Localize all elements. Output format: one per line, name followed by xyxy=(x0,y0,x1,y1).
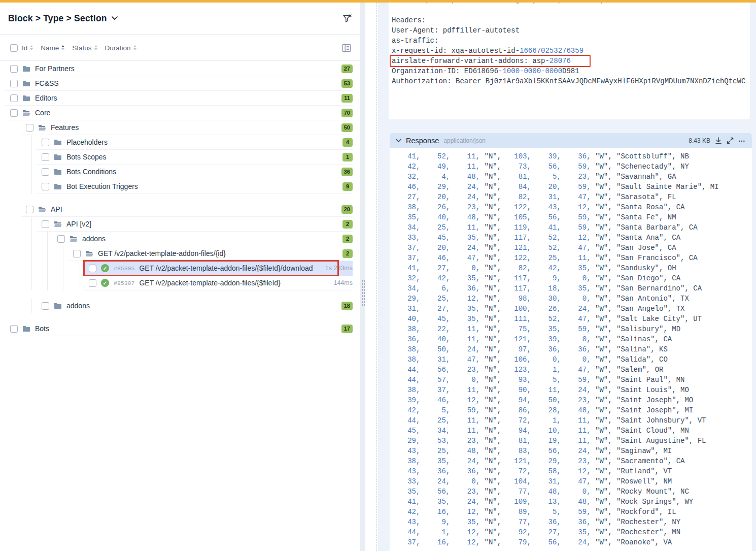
response-line: 41, 35, 24, "N", 109, 13, 48, "W", "Rock… xyxy=(395,497,752,507)
tree-row[interactable]: Core70 xyxy=(0,106,360,120)
row-checkbox[interactable] xyxy=(42,302,49,310)
response-line: 43, 25, 48, "N", 83, 56, 24, "W", "Sagin… xyxy=(395,446,752,456)
tree-row[interactable]: Features50 xyxy=(0,120,360,135)
tree-row[interactable]: Editors11 xyxy=(0,91,360,106)
expand-response-button[interactable] xyxy=(727,137,734,144)
row-content: GET /v2/packet-template-addon-files/{id}… xyxy=(68,246,353,261)
columns-settings-button[interactable] xyxy=(342,44,351,52)
row-checkbox[interactable] xyxy=(10,109,18,117)
response-content-type: application/json xyxy=(443,137,486,144)
count-badge: 2 xyxy=(342,235,353,243)
select-all-checkbox[interactable] xyxy=(10,44,18,52)
folder-open-icon xyxy=(22,109,30,116)
row-checkbox[interactable] xyxy=(89,265,96,272)
tree-row[interactable]: API [v2]2 xyxy=(0,217,360,232)
row-checkbox[interactable] xyxy=(42,153,49,161)
indent-guide xyxy=(16,135,16,150)
count-badge: 70 xyxy=(341,109,353,117)
column-header-name[interactable]: Name xyxy=(41,44,64,52)
count-badge: 1 xyxy=(342,153,353,161)
indent-guide xyxy=(31,246,32,261)
panel-resizer[interactable] xyxy=(360,3,365,551)
row-checkbox[interactable] xyxy=(89,279,96,287)
row-checkbox[interactable] xyxy=(42,139,49,146)
table-columns-icon xyxy=(342,44,351,52)
count-badge: 2 xyxy=(342,249,353,258)
row-checkbox[interactable] xyxy=(42,183,49,190)
sort-icon[interactable] xyxy=(61,45,64,50)
sort-icon[interactable] xyxy=(30,45,33,50)
row-checkbox[interactable] xyxy=(10,94,18,102)
response-line: 44, 1, 12, "N", 92, 27, 35, "W", "Roches… xyxy=(395,527,752,537)
indent-guide xyxy=(31,150,32,165)
column-header-duration[interactable]: Duration xyxy=(105,44,136,52)
tree-row[interactable]: Bots Conditions36 xyxy=(0,165,360,179)
sort-icon[interactable] xyxy=(133,45,136,50)
response-line: 38, 50, 24, "N", 97, 36, 36, "W", "Salin… xyxy=(395,344,752,354)
row-checkbox[interactable] xyxy=(42,220,49,228)
request-row[interactable]: ✓#85307GET /v2/packet-template-addon-fil… xyxy=(0,276,360,290)
collapse-response-button[interactable] xyxy=(396,139,401,143)
row-checkbox[interactable] xyxy=(26,124,33,132)
folder-label: Core xyxy=(35,109,50,117)
row-checkbox[interactable] xyxy=(26,206,33,213)
response-line: 31, 27, 35, "N", 100, 26, 24, "W", "San … xyxy=(395,304,752,314)
column-header-status[interactable]: Status xyxy=(72,44,97,52)
response-line: 35, 56, 23, "N", 77, 48, 0, "W", "Rocky … xyxy=(395,487,752,497)
indent-guide xyxy=(47,261,48,276)
download-response-button[interactable] xyxy=(715,137,722,144)
count-badge: 17 xyxy=(341,325,353,333)
tree-row[interactable]: Placeholders4 xyxy=(0,135,360,150)
row-content: API [v2]2 xyxy=(37,217,353,232)
tree-row[interactable]: FC&SS53 xyxy=(0,76,360,91)
row-checkbox[interactable] xyxy=(57,235,65,243)
row-content: ✓#85307GET /v2/packet-template-addon-fil… xyxy=(84,276,353,290)
row-checkbox[interactable] xyxy=(10,325,18,333)
folder-icon xyxy=(54,153,62,160)
more-options-button[interactable]: ⋯ xyxy=(738,138,746,143)
row-content: API20 xyxy=(21,202,353,217)
indent-guide xyxy=(31,299,32,313)
row-content: Features50 xyxy=(21,120,353,135)
tree-row[interactable]: Bot Execution Triggers9 xyxy=(0,179,360,194)
response-header: Response application/json 8.43 KB ⋯ xyxy=(390,133,752,148)
request-row[interactable]: ✓#85305GET /v2/packet-template-addon-fil… xyxy=(0,261,360,276)
indent-guide xyxy=(31,232,32,246)
row-content: addons18 xyxy=(37,299,353,313)
tree-row[interactable]: addons2 xyxy=(0,232,360,246)
breadcrumb-label: Block > Type > Section xyxy=(8,13,107,24)
response-line: 41, 27, 0, "N", 82, 42, 35, "W", "Sandus… xyxy=(395,263,752,273)
folder-label: For Partners xyxy=(35,64,75,73)
response-line: 46, 29, 24, "N", 84, 20, 59, "W", "Sault… xyxy=(395,182,752,192)
indent-guide xyxy=(16,261,16,276)
count-badge: 11 xyxy=(341,94,353,103)
row-content: ✓#85305GET /v2/packet-template-addon-fil… xyxy=(84,261,353,276)
tree-row[interactable]: addons18 xyxy=(0,299,360,313)
count-badge: 18 xyxy=(341,302,353,310)
column-header-id[interactable]: Id xyxy=(22,44,33,52)
row-checkbox[interactable] xyxy=(10,65,18,73)
indent-guide xyxy=(47,276,48,290)
breadcrumb[interactable]: Block > Type > Section xyxy=(8,13,118,24)
row-checkbox[interactable] xyxy=(73,250,81,257)
indent-guide xyxy=(16,120,16,135)
response-line: 40, 45, 35, "N", 111, 52, 47, "W", "Salt… xyxy=(395,314,752,324)
sort-icon[interactable] xyxy=(94,45,97,50)
tree-row[interactable]: API20 xyxy=(0,202,360,217)
tree-row[interactable]: Bots Scopes1 xyxy=(0,150,360,165)
folder-label: Editors xyxy=(35,94,57,102)
folder-label: Placeholders xyxy=(66,138,108,146)
tree-row[interactable]: Bots17 xyxy=(0,321,360,336)
response-line: 37, 16, 12, "N", 79, 56, 24, "W", "Roano… xyxy=(395,537,752,547)
indent-guide xyxy=(79,276,79,290)
row-content: Bot Execution Triggers9 xyxy=(37,179,353,194)
response-line: 39, 46, 12, "N", 94, 50, 23, "W", "Saint… xyxy=(395,395,752,405)
indent-guide xyxy=(16,202,16,217)
tree-row[interactable]: For Partners27 xyxy=(0,61,360,76)
row-checkbox[interactable] xyxy=(10,80,18,87)
row-checkbox[interactable] xyxy=(42,168,49,176)
tree-row[interactable]: GET /v2/packet-template-addon-files/{id}… xyxy=(0,246,360,261)
filter-clear-button[interactable] xyxy=(342,14,352,23)
response-line: 27, 20, 24, "N", 82, 31, 47, "W", "Saras… xyxy=(395,192,752,202)
response-line: 33, 45, 35, "N", 117, 52, 12, "W", "Sant… xyxy=(395,233,752,243)
